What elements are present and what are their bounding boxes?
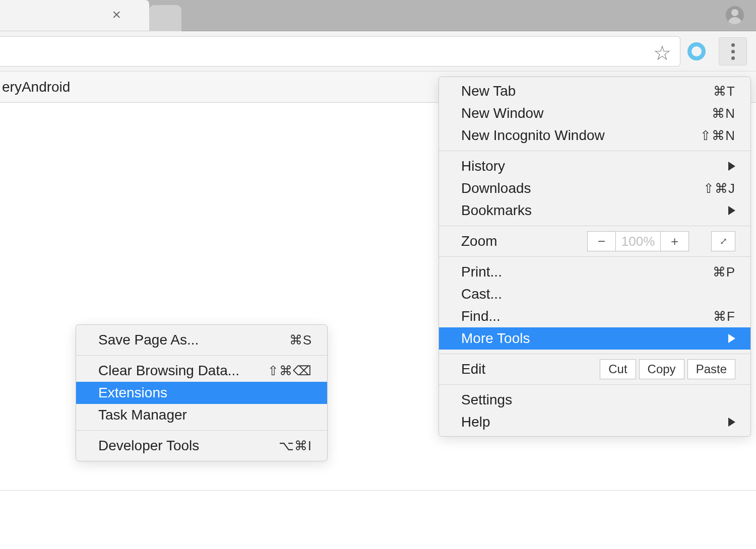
menu-label: Bookmarks — [461, 202, 532, 219]
menu-shortcut: ⇧⌘⌫ — [268, 363, 312, 379]
bookmark-star-icon[interactable]: ☆ — [653, 41, 671, 64]
browser-toolbar: ☆ — [0, 31, 756, 72]
menu-shortcut: ⌘S — [289, 332, 312, 348]
menu-label: Edit — [461, 361, 485, 377]
menu-label: Clear Browsing Data... — [98, 363, 239, 379]
menu-item-downloads[interactable]: Downloads ⇧⌘J — [439, 177, 750, 199]
menu-shortcut: ⌘F — [713, 309, 735, 324]
menu-item-find[interactable]: Find... ⌘F — [439, 305, 750, 327]
menu-shortcut: ⌥⌘I — [279, 438, 312, 454]
menu-item-edit: Edit Cut Copy Paste — [439, 358, 750, 380]
edit-controls: Cut Copy Paste — [600, 359, 735, 379]
copy-button[interactable]: Copy — [639, 359, 684, 379]
zoom-in-button[interactable]: + — [661, 231, 689, 251]
submenu-item-developer-tools[interactable]: Developer Tools ⌥⌘I — [76, 435, 327, 457]
menu-label: Developer Tools — [98, 438, 199, 454]
address-bar[interactable] — [0, 36, 680, 66]
menu-item-help[interactable]: Help — [439, 411, 750, 433]
menu-label: Cast... — [461, 286, 502, 302]
menu-separator — [439, 256, 750, 257]
paste-button[interactable]: Paste — [687, 359, 735, 379]
cut-button[interactable]: Cut — [600, 359, 636, 379]
zoom-out-button[interactable]: − — [587, 231, 615, 251]
menu-shortcut: ⇧⌘J — [703, 181, 735, 196]
zoom-value: 100% — [615, 231, 661, 251]
menu-label: Zoom — [461, 233, 497, 249]
menu-item-settings[interactable]: Settings — [439, 389, 750, 411]
menu-label: Task Manager — [98, 407, 187, 423]
menu-item-new-window[interactable]: New Window ⌘N — [439, 102, 750, 124]
menu-label: Settings — [461, 392, 512, 408]
submenu-arrow-icon — [728, 418, 735, 427]
menu-label: Print... — [461, 264, 502, 280]
menu-label: Find... — [461, 308, 500, 324]
zoom-controls: − 100% + ⤢ — [587, 231, 735, 251]
submenu-item-save-page[interactable]: Save Page As... ⌘S — [76, 329, 327, 351]
menu-label: More Tools — [461, 330, 530, 347]
menu-item-bookmarks[interactable]: Bookmarks — [439, 199, 750, 222]
menu-shortcut: ⌘T — [713, 84, 735, 99]
submenu-item-clear-data[interactable]: Clear Browsing Data... ⇧⌘⌫ — [76, 360, 327, 382]
menu-item-new-incognito[interactable]: New Incognito Window ⇧⌘N — [439, 124, 750, 147]
menu-separator — [76, 430, 327, 431]
submenu-item-task-manager[interactable]: Task Manager — [76, 404, 327, 426]
menu-shortcut: ⇧⌘N — [700, 128, 735, 144]
menu-separator — [439, 226, 750, 226]
profile-avatar-icon[interactable] — [726, 6, 744, 24]
menu-item-more-tools[interactable]: More Tools — [439, 327, 750, 350]
new-tab-button[interactable] — [149, 5, 181, 31]
menu-separator — [76, 355, 327, 356]
menu-item-history[interactable]: History — [439, 155, 750, 177]
menu-label: Downloads — [461, 180, 531, 196]
menu-label: Extensions — [98, 385, 167, 401]
extension-icon[interactable] — [687, 42, 706, 60]
menu-item-zoom: Zoom − 100% + ⤢ — [439, 230, 750, 252]
menu-separator — [439, 354, 750, 354]
menu-separator — [439, 151, 750, 151]
submenu-arrow-icon — [728, 206, 735, 215]
menu-item-cast[interactable]: Cast... — [439, 283, 750, 305]
menu-item-new-tab[interactable]: New Tab ⌘T — [439, 80, 750, 102]
close-tab-icon[interactable]: × — [112, 6, 121, 23]
menu-shortcut: ⌘N — [712, 106, 735, 121]
browser-titlebar: × — [0, 0, 756, 31]
main-menu: New Tab ⌘T New Window ⌘N New Incognito W… — [438, 77, 751, 437]
menu-item-print[interactable]: Print... ⌘P — [439, 261, 750, 283]
menu-label: New Window — [461, 105, 543, 121]
menu-label: New Incognito Window — [461, 127, 605, 144]
page-header-text: eryAndroid — [2, 79, 70, 95]
submenu-arrow-icon — [728, 334, 735, 343]
menu-label: History — [461, 158, 505, 174]
menu-label: Save Page As... — [98, 332, 199, 348]
menu-shortcut: ⌘P — [713, 264, 735, 280]
menu-label: New Tab — [461, 83, 516, 99]
menu-separator — [439, 384, 750, 385]
main-menu-button[interactable] — [719, 37, 747, 65]
menu-label: Help — [461, 414, 490, 430]
fullscreen-button[interactable]: ⤢ — [711, 231, 735, 251]
browser-tab[interactable]: × — [0, 0, 149, 31]
submenu-arrow-icon — [728, 162, 735, 171]
more-tools-submenu: Save Page As... ⌘S Clear Browsing Data..… — [76, 324, 328, 461]
submenu-item-extensions[interactable]: Extensions — [76, 382, 327, 404]
